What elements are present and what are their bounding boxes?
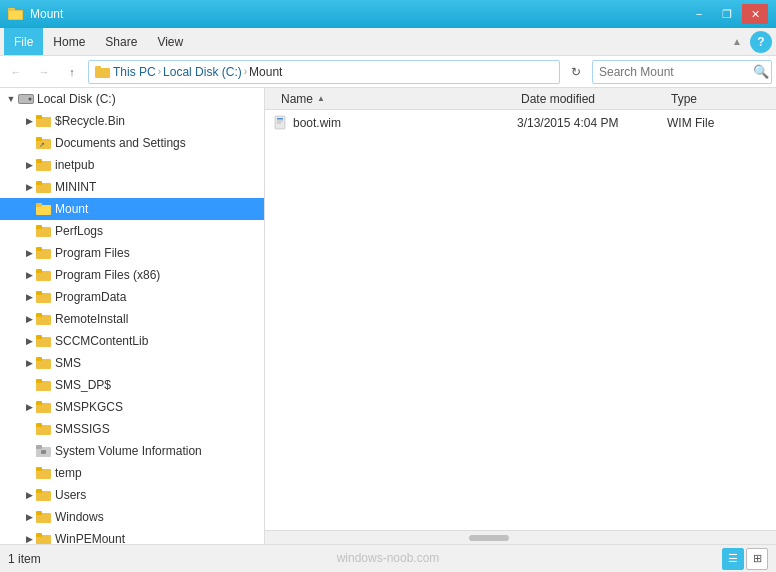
expand-arrow-windows[interactable]: ▶ xyxy=(22,510,36,524)
col-header-type[interactable]: Type xyxy=(663,88,763,109)
sidebar-item-docs-settings[interactable]: ↗ Documents and Settings xyxy=(0,132,264,154)
label-inetpub: inetpub xyxy=(55,158,94,172)
svg-rect-43 xyxy=(36,467,42,471)
sidebar-item-programdata[interactable]: ▶ ProgramData xyxy=(0,286,264,308)
sidebar-item-temp[interactable]: temp xyxy=(0,462,264,484)
svg-rect-51 xyxy=(277,118,283,120)
refresh-button[interactable]: ↻ xyxy=(564,60,588,84)
sidebar-item-remoteinstall[interactable]: ▶ RemoteInstall xyxy=(0,308,264,330)
sidebar-item-sccm[interactable]: ▶ SCCMContentLib xyxy=(0,330,264,352)
sidebar-item-program-files[interactable]: ▶ Program Files xyxy=(0,242,264,264)
sidebar-item-program-files-x86[interactable]: ▶ Program Files (x86) xyxy=(0,264,264,286)
menu-home[interactable]: Home xyxy=(43,28,95,55)
expand-arrow-sms[interactable]: ▶ xyxy=(22,356,36,370)
view-icons-button[interactable]: ⊞ xyxy=(746,548,768,570)
sidebar-item-smsdp[interactable]: SMS_DP$ xyxy=(0,374,264,396)
status-count: 1 item xyxy=(8,552,41,566)
help-button[interactable]: ? xyxy=(750,31,772,53)
label-docs-settings: Documents and Settings xyxy=(55,136,186,150)
expand-arrow-local-disk[interactable]: ▼ xyxy=(4,92,18,106)
svg-rect-53 xyxy=(277,123,281,124)
label-remoteinstall: RemoteInstall xyxy=(55,312,128,326)
menu-file[interactable]: File xyxy=(4,28,43,55)
folder-icon-pd xyxy=(36,290,52,304)
sidebar-item-windows[interactable]: ▶ Windows xyxy=(0,506,264,528)
expand-arrow-pf[interactable]: ▶ xyxy=(22,246,36,260)
folder-icon-perflogs xyxy=(36,224,52,238)
file-name-boot-wim: boot.wim xyxy=(293,116,517,130)
up-button[interactable]: ↑ xyxy=(60,60,84,84)
col-header-name[interactable]: Name ▲ xyxy=(273,88,513,109)
sidebar-item-recycle-bin[interactable]: ▶ $Recycle.Bin xyxy=(0,110,264,132)
label-temp: temp xyxy=(55,466,82,480)
expand-arrow-minint[interactable]: ▶ xyxy=(22,180,36,194)
content-area: Name ▲ Date modified Type xyxy=(265,88,776,544)
minimize-button[interactable]: − xyxy=(686,4,712,24)
folder-icon-smsdp xyxy=(36,378,52,392)
folder-icon-docs: ↗ xyxy=(36,136,52,150)
menu-bar: File Home Share View ▲ ? xyxy=(0,28,776,56)
sidebar-item-local-disk[interactable]: ▼ Local Disk (C:) xyxy=(0,88,264,110)
expand-arrow-pfx86[interactable]: ▶ xyxy=(22,268,36,282)
expand-arrow-recycle-bin[interactable]: ▶ xyxy=(22,114,36,128)
path-thispc[interactable]: This PC xyxy=(113,65,156,79)
address-folder-icon xyxy=(95,65,111,79)
close-button[interactable]: ✕ xyxy=(742,4,768,24)
search-icon[interactable]: 🔍 xyxy=(753,64,769,79)
address-path[interactable]: This PC › Local Disk (C:) › Mount xyxy=(88,60,560,84)
path-mount[interactable]: Mount xyxy=(249,65,282,79)
folder-icon-inetpub xyxy=(36,158,52,172)
path-sep-1: › xyxy=(158,66,161,77)
file-item-boot-wim[interactable]: boot.wim 3/13/2015 4:04 PM WIM File xyxy=(265,112,776,134)
expand-arrow-sccm[interactable]: ▶ xyxy=(22,334,36,348)
main-area: ▼ Local Disk (C:) ▶ $Recycle.Bin ↗ Docum… xyxy=(0,88,776,544)
svg-rect-2 xyxy=(9,11,22,19)
sidebar-item-sysvolinfo[interactable]: System Volume Information xyxy=(0,440,264,462)
expand-arrow-inetpub[interactable]: ▶ xyxy=(22,158,36,172)
svg-rect-40 xyxy=(36,445,42,449)
sort-arrow-up: ▲ xyxy=(317,94,325,103)
sidebar-item-smssigs[interactable]: SMSSIGS xyxy=(0,418,264,440)
sidebar-item-mount[interactable]: Mount xyxy=(0,198,264,220)
expand-arrow-ri[interactable]: ▶ xyxy=(22,312,36,326)
sidebar-item-smspkgcs[interactable]: ▶ SMSPKGCS xyxy=(0,396,264,418)
label-local-disk: Local Disk (C:) xyxy=(37,92,116,106)
forward-button[interactable]: → xyxy=(32,60,56,84)
title-bar: Mount − ❐ ✕ xyxy=(0,0,776,28)
svg-rect-4 xyxy=(95,66,101,70)
folder-icon-smssigs xyxy=(36,422,52,436)
expand-arrow-pd[interactable]: ▶ xyxy=(22,290,36,304)
menu-share[interactable]: Share xyxy=(95,28,147,55)
path-localdisk[interactable]: Local Disk (C:) xyxy=(163,65,242,79)
menu-view[interactable]: View xyxy=(147,28,193,55)
search-input[interactable] xyxy=(599,65,749,79)
view-details-button[interactable]: ☰ xyxy=(722,548,744,570)
col-header-date[interactable]: Date modified xyxy=(513,88,663,109)
expand-arrow-smspkgcs[interactable]: ▶ xyxy=(22,400,36,414)
sidebar-item-sms[interactable]: ▶ SMS xyxy=(0,352,264,374)
svg-rect-26 xyxy=(36,291,42,295)
expand-arrow-winpemount[interactable]: ▶ xyxy=(22,532,36,544)
svg-rect-28 xyxy=(36,313,42,317)
back-button[interactable]: ← xyxy=(4,60,28,84)
sidebar-item-perflogs[interactable]: PerfLogs xyxy=(0,220,264,242)
svg-rect-9 xyxy=(36,115,42,119)
status-bar: 1 item windows-noob.com ☰ ⊞ xyxy=(0,544,776,572)
col-name-label: Name xyxy=(281,92,313,106)
label-programdata: ProgramData xyxy=(55,290,126,304)
label-sccm: SCCMContentLib xyxy=(55,334,148,348)
sidebar-item-minint[interactable]: ▶ MININT xyxy=(0,176,264,198)
label-smssigs: SMSSIGS xyxy=(55,422,110,436)
svg-rect-52 xyxy=(277,121,283,122)
restore-button[interactable]: ❐ xyxy=(714,4,740,24)
folder-icon-sysvolinfo xyxy=(36,444,52,458)
expand-arrow-users[interactable]: ▶ xyxy=(22,488,36,502)
hdd-icon xyxy=(18,92,34,106)
search-box[interactable]: 🔍 xyxy=(592,60,772,84)
menu-bar-right: ▲ ? xyxy=(728,31,772,53)
horizontal-scrollbar[interactable] xyxy=(265,530,776,544)
folder-icon-users xyxy=(36,488,52,502)
sidebar-item-users[interactable]: ▶ Users xyxy=(0,484,264,506)
sidebar-item-winpemount[interactable]: ▶ WinPEMount xyxy=(0,528,264,544)
sidebar-item-inetpub[interactable]: ▶ inetpub xyxy=(0,154,264,176)
